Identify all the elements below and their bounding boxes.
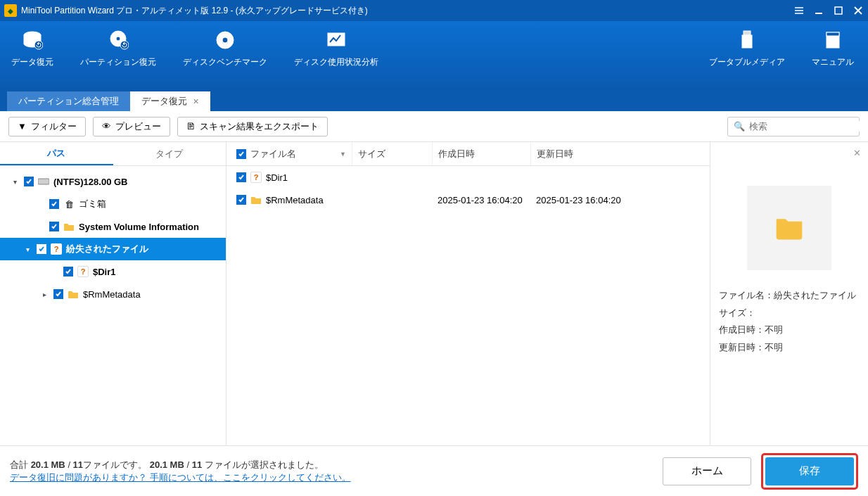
ribbon-bootable-media[interactable]: ブータブルメディア (705, 25, 789, 89)
ribbon-disk-usage[interactable]: ディスク使用状況分析 (290, 25, 383, 89)
col-header-name[interactable]: ファイル名 ▼ (231, 142, 352, 165)
unknown-icon: ? (250, 172, 262, 183)
meta-filename-key: ファイル名： (719, 287, 774, 305)
ribbon-label: マニュアル (812, 56, 854, 68)
tree-node-svi[interactable]: System Volume Information (0, 215, 226, 238)
col-label: 更新日時 (537, 148, 573, 160)
meta-size-key: サイズ： (719, 305, 755, 322)
tree-pane: パス タイプ ▾ (NTFS)128.00 GB 🗑 ゴミ箱 System Vo… (0, 142, 226, 445)
tab-label: パーティション総合管理 (18, 95, 119, 108)
checkbox[interactable] (63, 267, 73, 276)
tree: ▾ (NTFS)128.00 GB 🗑 ゴミ箱 System Volume In… (0, 166, 226, 445)
checkbox[interactable] (236, 172, 246, 182)
checkbox[interactable] (37, 244, 46, 254)
search-icon: 🔍 (734, 121, 745, 132)
close-button[interactable] (853, 5, 864, 16)
folder-icon (250, 194, 262, 205)
filter-button[interactable]: ▼ フィルター (8, 117, 86, 136)
ribbon: データ復元 パーティション復元 ディスクベンチマーク ディスク使用状況分析 ブー… (0, 21, 868, 89)
file-modified: 2025-01-23 16:04:20 (536, 195, 621, 205)
disk-icon (38, 176, 49, 187)
app-logo-icon: ◆ (4, 4, 17, 17)
meta-created-val: 不明 (765, 324, 783, 335)
tab-label: データ復元 (141, 95, 187, 108)
col-header-size[interactable]: サイズ (352, 142, 432, 165)
meta-created-key: 作成日時： (719, 322, 765, 339)
checkbox[interactable] (236, 195, 246, 205)
ribbon-label: ブータブルメディア (709, 56, 785, 68)
meta-filename-val: 紛失されたファイル (774, 290, 856, 300)
tab-partition-management[interactable]: パーティション総合管理 (7, 91, 130, 111)
filter-label: フィルター (31, 120, 77, 133)
tree-label: 紛失されたファイル (66, 243, 148, 255)
manual-icon (821, 28, 845, 52)
table-row[interactable]: $RmMetadata 2025-01-23 16:04:20 2025-01-… (226, 189, 710, 211)
ribbon-label: ディスクベンチマーク (183, 56, 267, 68)
footer-help-link[interactable]: データ復旧に問題がありますか？ 手順については、ここをクリックしてください。 (10, 471, 351, 484)
ribbon-data-recovery[interactable]: データ復元 (7, 25, 58, 89)
checkbox[interactable] (24, 177, 34, 186)
ribbon-partition-recovery[interactable]: パーティション復元 (76, 25, 160, 89)
checkbox[interactable] (49, 199, 59, 209)
checkbox-all[interactable] (236, 149, 246, 159)
preview-button[interactable]: 👁 プレビュー (93, 117, 170, 136)
unknown-folder-icon: ? (51, 243, 62, 255)
table-header: ファイル名 ▼ サイズ 作成日時 更新日時 (226, 142, 710, 166)
file-name: $Dir1 (266, 172, 288, 183)
col-label: ファイル名 (250, 148, 296, 160)
tree-tab-type[interactable]: タイプ (113, 142, 226, 165)
chevron-right-icon[interactable]: ▸ (39, 291, 49, 298)
maximize-button[interactable] (833, 5, 844, 16)
save-button[interactable]: 保存 (765, 457, 854, 485)
tree-root[interactable]: ▾ (NTFS)128.00 GB (0, 170, 226, 193)
ribbon-label: データ復元 (11, 56, 53, 68)
svg-point-9 (222, 37, 228, 43)
ribbon-label: パーティション復元 (80, 56, 156, 68)
benchmark-icon (213, 28, 237, 52)
tab-data-recovery[interactable]: データ復元 ✕ (130, 91, 210, 111)
tree-label: $Dir1 (93, 267, 116, 277)
svg-rect-11 (743, 31, 751, 35)
tree-tab-label: タイプ (155, 148, 183, 160)
col-label: サイズ (358, 148, 385, 160)
trash-icon: 🗑 (63, 198, 75, 210)
svg-rect-10 (328, 33, 345, 46)
chevron-down-icon[interactable]: ▾ (10, 178, 20, 186)
tree-tab-label: パス (47, 147, 65, 160)
ribbon-manual[interactable]: マニュアル (808, 25, 858, 89)
unknown-icon: ? (77, 266, 89, 277)
tree-label: ゴミ箱 (79, 198, 106, 210)
tree-tab-path[interactable]: パス (0, 142, 113, 165)
export-label: スキャン結果をエクスポート (200, 120, 319, 133)
chevron-down-icon[interactable]: ▾ (23, 246, 32, 253)
meta-modified-key: 更新日時： (719, 339, 765, 357)
home-button[interactable]: ホーム (663, 457, 751, 485)
checkbox[interactable] (53, 289, 63, 299)
minimize-button[interactable] (813, 5, 824, 16)
export-button[interactable]: 🖹 スキャン結果をエクスポート (177, 117, 328, 136)
table-row[interactable]: ? $Dir1 (226, 166, 710, 189)
export-icon: 🖹 (186, 121, 196, 132)
ribbon-benchmark[interactable]: ディスクベンチマーク (179, 25, 272, 89)
footer-summary: 合計 20.1 MB / 11ファイルです。 20.1 MB / 11 ファイル… (10, 459, 351, 471)
tab-close-icon[interactable]: ✕ (193, 97, 199, 106)
folder-icon (68, 288, 79, 300)
col-header-created[interactable]: 作成日時 (432, 142, 530, 165)
tree-node-trash[interactable]: 🗑 ゴミ箱 (0, 193, 226, 215)
toolbar: ▼ フィルター 👁 プレビュー 🖹 スキャン結果をエクスポート 🔍 (0, 111, 868, 142)
tree-node-rmmetadata[interactable]: ▸ $RmMetadata (0, 283, 226, 305)
preview-thumbnail (747, 186, 831, 270)
checkbox[interactable] (49, 222, 59, 231)
svg-rect-14 (826, 32, 839, 36)
search-input[interactable] (749, 121, 867, 132)
hamburger-icon[interactable] (793, 5, 805, 16)
save-highlight: 保存 (761, 453, 858, 490)
file-list-pane: ファイル名 ▼ サイズ 作成日時 更新日時 ? $Dir1 (226, 142, 710, 445)
tree-node-lost-files[interactable]: ▾ ? 紛失されたファイル (0, 238, 226, 260)
svg-point-6 (116, 37, 120, 41)
search-box[interactable]: 🔍 (727, 117, 860, 136)
col-header-modified[interactable]: 更新日時 (530, 142, 710, 165)
tree-node-dir1[interactable]: ? $Dir1 (0, 260, 226, 283)
file-name: $RmMetadata (266, 195, 324, 205)
close-details-icon[interactable]: ✕ (853, 148, 861, 158)
